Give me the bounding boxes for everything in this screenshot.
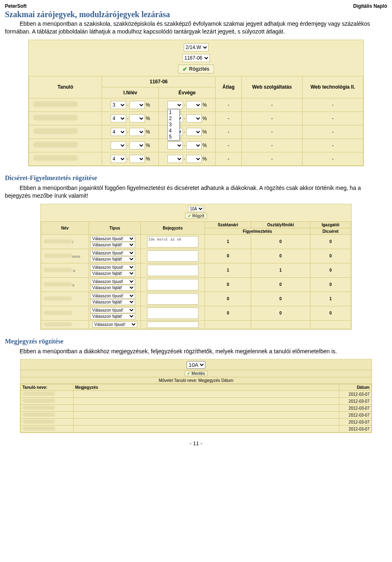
th-szaktanari: Szaktanári [205,221,251,228]
class-select[interactable]: 10A [188,206,204,212]
header-right: Digitális Napló [353,3,387,9]
class-select[interactable]: 2/14.W [184,43,209,51]
student-name-cell [41,306,89,320]
th-igazgatoi: Igazgatói [310,221,351,228]
note-cell [74,412,339,419]
type-select[interactable]: Válasszon típust! [90,264,135,270]
note-cell [74,391,339,398]
percent-select[interactable] [186,101,202,109]
entry-textarea[interactable] [147,308,198,319]
entry-textarea[interactable]: Ide kerul az ok [147,236,198,248]
ops-label: Művelet Tanuló neve: Megjegyzés Dátum [20,377,372,384]
student-name-blur [44,311,72,315]
avg-cell: - [216,98,242,112]
percent-select[interactable] [129,101,145,109]
save-button-label: Rögzítés [189,66,209,72]
count-cell: 0 [251,277,310,292]
check-icon: ✔ [188,214,191,218]
date-cell: 2012-03-07 [339,391,372,398]
type-select[interactable]: Válasszon típust! [90,250,135,256]
student-name-blur [33,155,78,161]
th-tanulo: Tanuló neve: [21,384,74,391]
kind-select[interactable]: Válasszon fajtát! [90,313,135,319]
section-title-1: Szakmai zárójegyek, modulzárójegyek lezá… [5,10,387,19]
th-dics: Dicséret [310,228,351,234]
type-select[interactable]: Válasszon típust! [90,279,135,285]
count-cell: 1 [310,292,351,306]
student-name-blur [33,142,78,147]
header-left: PeterSoft [5,3,27,9]
type-select[interactable]: Válasszon típust! [90,236,135,242]
date-cell: 2012-03-07 [339,419,372,426]
warning-row: :eVálasszon típust!Válasszon fajtát!110 [41,263,351,277]
kind-select[interactable]: Válasszon fajtát! [90,242,135,248]
student-name-blur [33,128,78,134]
note-row: 2012-03-07 [21,426,372,433]
note-row: 2012-03-07 [21,412,372,419]
note-cell [74,419,339,426]
student-name-cell: ence [41,249,89,263]
student-name-cell: :e [41,263,89,277]
save-button[interactable]: ✔ Rögzít [185,213,207,219]
grade-select[interactable]: 4 [111,155,126,163]
kind-select[interactable]: Válasszon fajtát! [90,270,135,277]
page-number: - 11 - [5,440,387,446]
student-name-blur [22,426,55,430]
grade-row: 4-% -% --- [29,125,363,138]
check-icon: ✔ [183,66,187,72]
paragraph-3: Ebben a menüpontban a diákokhoz megjegyz… [5,348,387,355]
count-cell: 0 [205,277,251,292]
kind-select[interactable]: Válasszon fajtát! [90,299,135,305]
module-select[interactable]: 1167-06 [183,54,210,62]
date-cell: 2012-03-07 [339,426,372,433]
student-name-blur [22,399,55,403]
grade-select[interactable]: 4 [111,128,126,136]
student-name-blur [22,392,55,396]
kind-select[interactable]: Válasszon fajtát! [90,256,135,262]
grade-select[interactable]: 4 [111,114,126,123]
type-select[interactable]: Válasszon típust! [90,307,135,313]
save-button[interactable]: ✔ Rögzítés [178,65,214,74]
save-button-label: Mentés [192,371,205,376]
student-name-blur [22,413,55,417]
kind-select[interactable]: Válasszon fajtát! [90,285,135,291]
entry-textarea[interactable] [147,293,198,305]
save-button-label: Rögzít [192,214,204,218]
grade-row: 3 - % 1 2 3 4 5 [29,98,363,112]
student-name-cell: / [41,234,89,249]
count-cell: 0 [205,292,251,306]
entry-textarea[interactable] [147,265,198,276]
warning-row: Válasszon típust!Válasszon fajtát!000 [41,306,351,320]
th-megj: Megjegyzés [74,384,339,391]
count-cell: 0 [251,306,310,320]
type-select[interactable]: Válasszon típust! [92,321,137,328]
note-row: 2012-03-07 [21,405,372,412]
count-cell: 0 [251,249,310,263]
type-select[interactable]: Válasszon típust! [90,293,135,299]
save-button[interactable]: ✔ Mentés [185,371,207,376]
class-select[interactable]: 10A [187,361,205,369]
entry-textarea[interactable] [147,250,198,262]
student-name-blur [33,115,78,120]
grade-select[interactable] [111,141,126,149]
grade-select[interactable]: 3 [111,101,126,109]
grade-select-open[interactable]: 1 2 3 4 5 [167,101,183,109]
th-osztalyfonoki: Osztályfőnöki [251,221,310,228]
count-cell: 0 [251,234,310,249]
th-tanulo: Tanuló [29,76,102,98]
count-cell: 1 [251,263,310,277]
dropdown-menu[interactable]: 1 2 3 4 5 [167,109,180,140]
count-cell: 1 [205,263,251,277]
student-name-blur [44,239,72,243]
note-cell [74,405,339,412]
student-name-blur [44,297,72,301]
entry-textarea[interactable] [147,279,198,290]
check-icon: ✔ [187,371,190,376]
date-cell: 2012-03-07 [339,405,372,412]
count-cell: 0 [310,263,351,277]
grade-row: 4-% -% --- [29,152,363,165]
student-name-cell [41,292,89,306]
count-cell: 1 [205,234,251,249]
student-name-blur [44,282,72,286]
note-row: 2012-03-07 [21,419,372,426]
